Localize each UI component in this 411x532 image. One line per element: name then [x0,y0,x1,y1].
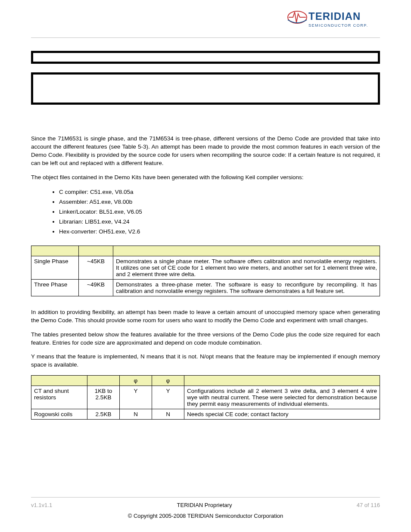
table-header-cell [87,376,120,386]
svg-text:SEMICONDUCTOR CORP.: SEMICONDUCTOR CORP. [308,23,368,28]
paragraph-2: The object files contained in the Demo K… [31,174,380,182]
footer-version: v1.1v1.1 [31,502,52,508]
svg-text:TERIDIAN: TERIDIAN [308,10,361,22]
paragraph-3: In addition to providing flexibility, an… [31,308,380,325]
footer-proprietary: TERIDIAN Proprietary [177,502,232,508]
table-header-cell [31,246,79,256]
black-bar-1 [31,51,380,64]
table-cell: N [120,409,152,420]
compiler-list: C compiler: C51.exe, V8.05a Assembler: A… [31,187,380,236]
footer-page-number: 47 of 116 [357,502,380,508]
header: TERIDIAN SEMICONDUCTOR CORP. [31,9,380,32]
table-row: Single Phase ~45KB Demonstrates a single… [31,256,380,279]
table-cell: 2.5KB [87,409,120,420]
footer-copyright: © Copyright 2005-2008 TERIDIAN Semicondu… [31,513,380,519]
table-cell: Configurations include all 2 element 3 w… [184,386,380,409]
table-header-cell [184,376,380,386]
table-row: Three Phase ~49KB Demonstrates a three-p… [31,279,380,296]
table-header-cell: φ [120,376,152,386]
table-cell: Y [120,386,152,409]
table-row: Rogowski coils 2.5KB N N Needs special C… [31,409,380,420]
table-cell: Three Phase [31,279,79,296]
table-header-row [31,246,380,256]
table-row: CT and shunt resistors 1KB to 2.5KB Y Y … [31,386,380,409]
list-item: C compiler: C51.exe, V8.05a [59,187,380,197]
table-cell: ~49KB [79,279,113,296]
page-footer: v1.1v1.1 TERIDIAN Proprietary 47 of 116 … [31,497,380,519]
table-cell: Needs special CE code; contact factory [184,409,380,420]
list-item: Assembler: A51.exe, V8.00b [59,197,380,207]
black-bar-2 [31,72,380,105]
table-cell: Demonstrates a three-phase meter. The so… [113,279,380,296]
table-cell: Single Phase [31,256,79,279]
demo-code-versions-table: Single Phase ~45KB Demonstrates a single… [31,246,380,296]
table-cell: CT and shunt resistors [31,386,87,409]
table-header-cell: φ [152,376,184,386]
table-header-cell [113,246,380,256]
table-cell: Rogowski coils [31,409,87,420]
header-rule [31,37,380,38]
paragraph-1: Since the 71M6531 is single phase, and t… [31,135,380,168]
table-cell: 1KB to 2.5KB [87,386,120,409]
table-header-cell [31,376,87,386]
list-item: Linker/Locator: BL51.exe, V6.05 [59,207,380,217]
table-cell: Demonstrates a single phase meter. The s… [113,256,380,279]
footer-rule [31,497,380,498]
table-cell: ~45KB [79,256,113,279]
paragraph-5: Y means that the feature is implemented,… [31,353,380,369]
table-cell: N [152,409,184,420]
footer-row: v1.1v1.1 TERIDIAN Proprietary 47 of 116 [31,502,380,508]
list-item: Hex-converter: OH51.exe, V2.6 [59,227,380,237]
features-table: φ φ CT and shunt resistors 1KB to 2.5KB … [31,375,380,420]
table-cell: Y [152,386,184,409]
list-item: Librarian: LIB51.exe, V4.24 [59,217,380,227]
table-header-row: φ φ [31,376,380,386]
page: TERIDIAN SEMICONDUCTOR CORP. Since the 7… [0,0,411,532]
teridian-logo: TERIDIAN SEMICONDUCTOR CORP. [285,9,380,32]
paragraph-4: The tables presented below show the feat… [31,331,380,347]
table-header-cell [79,246,113,256]
